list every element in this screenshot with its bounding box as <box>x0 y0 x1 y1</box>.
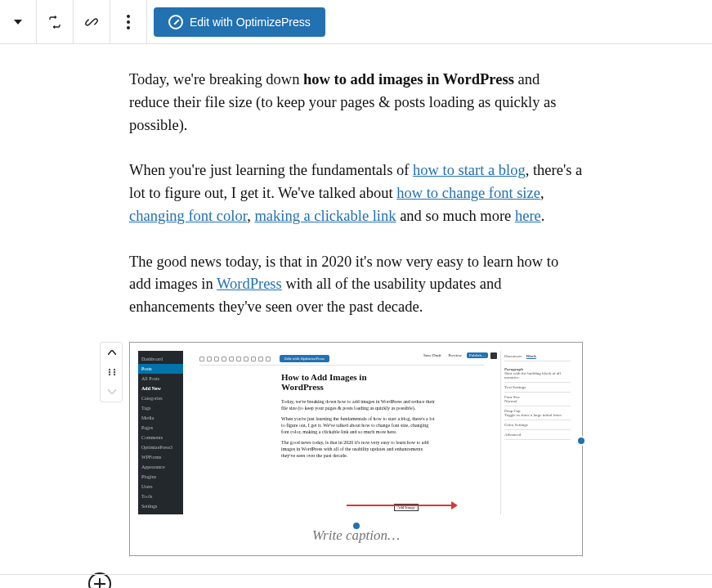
image-block-wrapper: Dashboard Posts All Posts Add New Catego… <box>129 342 583 556</box>
editor-content: Today, we're breaking down how to add im… <box>0 44 712 588</box>
inner-sidebar-item: OptimizePress3 <box>138 442 183 452</box>
link-icon <box>83 14 100 30</box>
text: . <box>541 208 545 224</box>
divider <box>146 0 147 44</box>
text: and so much more <box>396 208 515 224</box>
inner-sidebar-item: Plugins <box>138 472 183 482</box>
paragraph-block[interactable]: When you're just learning the fundamenta… <box>129 159 583 227</box>
svg-point-3 <box>109 369 110 370</box>
inner-sidebar-item: All Posts <box>138 374 183 384</box>
inner-tab: Block <box>526 354 536 359</box>
block-movers <box>100 342 123 402</box>
inner-sidebar-item: Categories <box>138 393 183 403</box>
optimizepress-label: Edit with OptimizePress <box>190 16 311 29</box>
inner-sidebar-item: Tools <box>138 491 183 501</box>
chevron-up-icon <box>108 350 116 355</box>
inner-sidebar-item: Settings <box>138 501 183 511</box>
resize-handle-bottom[interactable] <box>352 521 361 531</box>
inner-sidebar-item: Pages <box>138 423 183 433</box>
block-toolbar: Edit with OptimizePress <box>0 0 712 44</box>
inner-block-type: Paragraph Start with the building block … <box>504 365 571 383</box>
inner-section: Color Settings <box>504 420 571 430</box>
svg-point-0 <box>127 15 130 18</box>
inner-sidebar-item: Tags <box>138 403 183 413</box>
inner-sidebar-item: WPForms <box>138 452 183 462</box>
inner-gear-icon <box>490 352 497 359</box>
text: , <box>540 185 544 201</box>
optimizepress-button[interactable]: Edit with OptimizePress <box>154 7 325 37</box>
inner-sidebar-item: Dashboard <box>138 354 183 364</box>
link[interactable]: how to start a blog <box>413 162 526 178</box>
annotation-arrow <box>347 505 453 506</box>
text: , <box>247 208 254 224</box>
transform-button[interactable] <box>37 0 73 44</box>
inner-admin-sidebar: Dashboard Posts All Posts Add New Catego… <box>138 351 183 514</box>
inner-sidebar-item: Users <box>138 482 183 491</box>
inner-header-actions: Save Draft Preview Publish… <box>421 352 497 359</box>
inner-title: How to Add Images in WordPress <box>281 372 404 392</box>
link[interactable]: WordPress <box>217 276 282 292</box>
inner-sidebar-item: Add New <box>138 384 183 393</box>
link[interactable]: making a clickable link <box>254 208 396 224</box>
plus-icon <box>94 578 105 588</box>
inner-editor: Save Draft Preview Publish… Edit with Op… <box>183 351 500 514</box>
inner-para: Today, we're breaking down how to add im… <box>281 398 437 412</box>
inner-sidebar-item: Posts <box>138 364 183 374</box>
move-up-button[interactable] <box>101 343 123 362</box>
inner-section: Drop Cap Toggle to show a large initial … <box>504 406 571 420</box>
inner-publish: Publish… <box>467 352 488 358</box>
svg-point-8 <box>114 374 115 375</box>
inner-section: Advanced <box>504 430 571 440</box>
svg-point-7 <box>109 374 110 375</box>
drag-handle[interactable] <box>101 362 123 382</box>
inner-section: Text Settings <box>504 383 571 393</box>
resize-handle-right[interactable] <box>576 436 586 446</box>
link-button[interactable] <box>74 0 110 44</box>
more-options-button[interactable] <box>110 0 146 44</box>
inner-sidebar-item: Appearance <box>138 462 183 472</box>
inner-settings-panel: Document Block Paragraph Start with the … <box>500 351 574 514</box>
inner-optimize-btn: Edit with OptimizePress <box>280 355 329 362</box>
svg-point-4 <box>114 369 115 370</box>
text: Today, we're breaking down <box>129 71 303 88</box>
svg-point-5 <box>109 371 110 373</box>
chevron-down-icon <box>14 20 22 25</box>
inner-para: When you're just learning the fundamenta… <box>281 415 437 436</box>
svg-point-1 <box>127 20 130 24</box>
drag-icon <box>108 368 116 376</box>
inner-tab: Document <box>504 354 522 359</box>
inner-para: The good news today, is that in 2020 it'… <box>281 439 437 460</box>
move-down-button[interactable] <box>101 382 123 402</box>
bottom-border <box>0 574 712 575</box>
inner-sidebar-item: Media <box>138 413 183 423</box>
link[interactable]: changing font color <box>129 208 247 224</box>
inner-preview: Preview <box>446 352 464 358</box>
kebab-icon <box>127 15 130 29</box>
inner-save-draft: Save Draft <box>421 352 444 358</box>
svg-point-2 <box>127 26 130 29</box>
svg-point-6 <box>114 371 115 373</box>
screenshot-image: Dashboard Posts All Posts Add New Catego… <box>138 351 574 514</box>
text: When you're just learning the fundamenta… <box>129 162 413 178</box>
link[interactable]: how to change font size <box>396 185 540 201</box>
image-block[interactable]: Dashboard Posts All Posts Add New Catego… <box>129 342 583 556</box>
dropdown-button[interactable] <box>0 0 36 44</box>
inner-sidebar-item: Comments <box>138 433 183 442</box>
paragraph-block[interactable]: Today, we're breaking down how to add im… <box>129 69 583 137</box>
optimizepress-icon <box>168 15 183 29</box>
link[interactable]: here <box>515 208 541 224</box>
text-bold: how to add images in WordPress <box>303 71 514 88</box>
chevron-down-icon <box>108 389 116 394</box>
transform-icon <box>47 15 62 29</box>
inner-tabs: Document Block <box>504 354 571 361</box>
paragraph-block[interactable]: The good news today, is that in 2020 it'… <box>129 251 583 319</box>
inner-section: Font Size Normal <box>504 393 571 406</box>
